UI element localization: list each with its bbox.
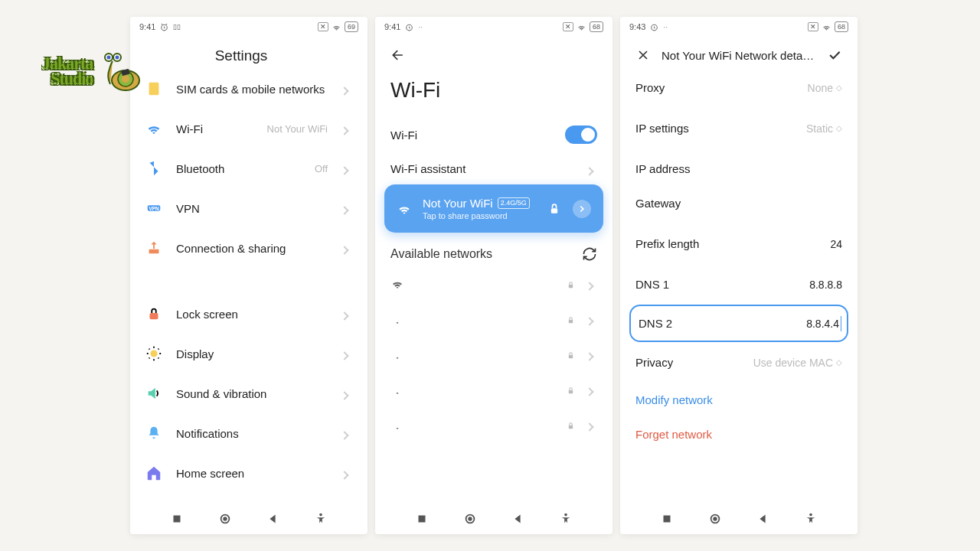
nav-home[interactable]: [708, 512, 722, 526]
android-navbar: [375, 504, 612, 534]
phone-settings: 9:41 ▯▯ ✕ 69 Settings SIM cards & mobile…: [130, 17, 368, 534]
sound-icon: [145, 385, 162, 402]
ip-settings-row[interactable]: IP settings Static◇: [620, 108, 858, 148]
share-icon: [145, 240, 162, 256]
row-label: SIM cards & mobile networks: [176, 83, 328, 96]
dns1-row[interactable]: DNS 1 8.8.8.8: [620, 264, 858, 305]
status-time: 9:41: [384, 22, 400, 31]
settings-row-sound[interactable]: Sound & vibration: [130, 373, 368, 413]
status-bar: 9:41 ▯▯ ✕ 69: [130, 17, 368, 37]
chevron-right-icon: [341, 428, 352, 439]
svg-point-13: [150, 350, 157, 357]
lock-icon: [566, 385, 576, 395]
settings-row-bell[interactable]: Notifications: [130, 413, 368, 453]
svg-rect-21: [569, 319, 573, 322]
prefix-length-row[interactable]: Prefix length 24: [620, 223, 858, 264]
available-network-row[interactable]: [375, 266, 612, 302]
connected-subtitle: Tap to share password: [423, 211, 536, 220]
wifi-icon: [390, 312, 404, 326]
available-network-row[interactable]: [375, 407, 612, 442]
phone-network-details: 9:43 ·· ✕ 68 Not Your WiFi Network detai…: [620, 17, 858, 534]
gateway-row[interactable]: Gateway: [620, 183, 858, 223]
lock-icon: [547, 201, 562, 217]
lock-icon: [566, 350, 576, 360]
row-label: Display: [176, 347, 328, 360]
available-network-row[interactable]: [375, 372, 612, 407]
nav-home[interactable]: [463, 512, 477, 526]
ip-address-row[interactable]: IP address: [620, 148, 858, 183]
wifi-assistant-row[interactable]: Wi-Fi assistant: [375, 153, 612, 184]
wifi-toggle-row[interactable]: Wi-Fi: [375, 116, 612, 153]
nav-accessibility[interactable]: [559, 512, 573, 526]
svg-point-32: [713, 517, 717, 520]
header: Settings: [130, 37, 368, 69]
confirm-button[interactable]: [827, 47, 842, 63]
refresh-icon[interactable]: [582, 246, 597, 262]
chevron-right-icon: [341, 388, 352, 399]
settings-row-display[interactable]: Display: [130, 334, 368, 373]
connected-network-card[interactable]: Not Your WiFi 2.4G/5G Tap to share passw…: [384, 184, 603, 233]
chevron-right-icon: [341, 468, 352, 478]
close-button[interactable]: [635, 47, 651, 63]
svg-point-2: [122, 75, 129, 83]
nav-back[interactable]: [511, 512, 524, 526]
dns2-row[interactable]: DNS 2 8.8.4.4: [629, 305, 848, 342]
chevron-right-icon: [341, 163, 352, 174]
svg-point-16: [223, 517, 227, 520]
nav-recents[interactable]: [170, 512, 184, 526]
status-time: 9:41: [139, 22, 155, 31]
bluetooth-icon: [145, 160, 162, 177]
svg-point-27: [468, 517, 472, 520]
svg-text:VPN: VPN: [149, 206, 159, 211]
wifi-icon: [390, 277, 404, 291]
lock-icon: [145, 305, 162, 322]
nav-back[interactable]: [266, 512, 279, 526]
svg-rect-12: [150, 313, 158, 319]
vpn-icon: VPN: [145, 200, 162, 217]
nav-recents[interactable]: [660, 512, 674, 526]
chevron-right-icon: [586, 314, 597, 324]
row-label: Wi-Fi: [176, 122, 253, 135]
jakarta-studio-logo: Jakarta Studio: [42, 50, 145, 92]
svg-point-5: [107, 56, 111, 60]
settings-row-bluetooth[interactable]: Bluetooth Off: [130, 148, 368, 188]
nav-accessibility[interactable]: [314, 512, 328, 526]
settings-row-vpn[interactable]: VPN VPN: [130, 188, 368, 228]
home-icon: [145, 465, 162, 481]
nav-accessibility[interactable]: [804, 512, 818, 526]
svg-rect-30: [664, 516, 671, 523]
row-value: Off: [315, 163, 328, 174]
forget-network-link[interactable]: Forget network: [620, 417, 858, 452]
svg-point-33: [809, 514, 812, 517]
wifi-status-icon: [332, 22, 341, 32]
privacy-row[interactable]: Privacy Use device MAC◇: [620, 342, 858, 383]
chevron-right-icon: [586, 164, 597, 174]
svg-point-6: [116, 56, 119, 60]
proxy-row[interactable]: Proxy None◇: [620, 67, 858, 108]
alarm-icon: [159, 22, 169, 32]
settings-row-lock[interactable]: Lock screen: [130, 294, 368, 334]
wifi-toggle[interactable]: [565, 126, 597, 144]
alarm-icon: [649, 22, 659, 32]
lock-icon: [566, 420, 576, 430]
settings-row-wifi[interactable]: Wi-Fi Not Your WiFi: [130, 109, 368, 148]
chevron-right-icon: [341, 203, 352, 214]
nav-recents[interactable]: [415, 512, 429, 526]
back-button[interactable]: [390, 47, 406, 63]
logo-text: Jakarta Studio: [42, 56, 93, 86]
row-label: Lock screen: [176, 308, 328, 321]
modify-network-link[interactable]: Modify network: [620, 383, 858, 417]
svg-rect-14: [174, 516, 181, 523]
chevron-right-icon: [341, 123, 352, 134]
nav-back[interactable]: [756, 512, 769, 526]
settings-row-home[interactable]: Home screen: [130, 453, 368, 493]
chevron-right-icon[interactable]: [573, 200, 591, 218]
settings-row-sim[interactable]: SIM cards & mobile networks: [130, 69, 368, 109]
nav-home[interactable]: [218, 512, 232, 526]
row-label: Connection & sharing: [176, 242, 328, 255]
available-network-row[interactable]: [375, 337, 612, 372]
settings-row-share[interactable]: Connection & sharing: [130, 228, 368, 268]
svg-rect-19: [551, 208, 557, 214]
page-title: Settings: [145, 47, 337, 64]
available-network-row[interactable]: [375, 302, 612, 337]
